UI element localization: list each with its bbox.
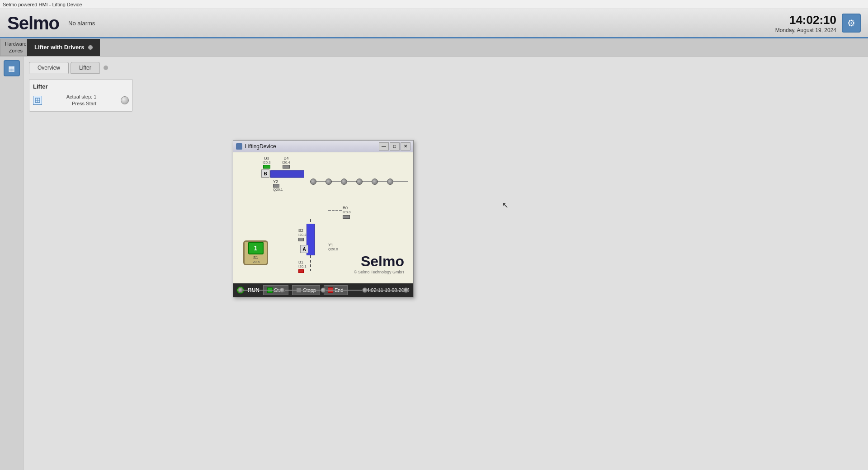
b3-label: B3 bbox=[263, 156, 271, 160]
y2-sensor-indicator bbox=[273, 184, 279, 188]
b0-addr: I20.0 bbox=[343, 210, 351, 214]
b0-sensor-indicator bbox=[343, 215, 350, 219]
popup-titlebar: LiftingDevice — □ ✕ bbox=[233, 141, 413, 152]
y2-label: Y2 bbox=[273, 179, 283, 184]
popup-body: B3 I20.3 B4 I20.4 B bbox=[233, 152, 413, 283]
b4-label: B4 bbox=[282, 156, 290, 160]
s1-addr: I20.5 bbox=[252, 260, 260, 264]
sub-tabs: Overview Lifter bbox=[29, 62, 863, 74]
tab-lifter[interactable]: Lifter bbox=[71, 62, 100, 74]
mid-conveyor-area bbox=[238, 219, 409, 227]
mid-belt-1 bbox=[243, 290, 279, 291]
b0-area: B0 I20.0 bbox=[343, 206, 351, 219]
lifter-with-drivers-tab[interactable]: Lifter with Drivers bbox=[27, 39, 100, 56]
lifter-small-icon bbox=[35, 98, 40, 103]
tab-overview-label: Overview bbox=[38, 65, 60, 71]
b4-sensor-indicator bbox=[283, 165, 290, 169]
tab-lifter-label: Lifter bbox=[79, 65, 91, 71]
clock-area: 14:02:10 Monday, August 19, 2024 bbox=[775, 13, 836, 33]
mid-roller-1 bbox=[238, 287, 243, 293]
roller-5 bbox=[372, 179, 378, 185]
roller-1 bbox=[310, 179, 316, 185]
lifter-tab-label: Lifter with Drivers bbox=[34, 44, 85, 51]
sidebar-grid-icon: ▦ bbox=[8, 64, 15, 73]
b-label-box: B bbox=[261, 169, 269, 178]
lifter-step-label: Actual step: 1 bbox=[66, 94, 97, 100]
b3-area: B3 I20.3 bbox=[263, 156, 271, 169]
s1-inner: 1 bbox=[248, 242, 264, 254]
selmo-logo: Selmo bbox=[7, 13, 59, 33]
header-left: Selmo No alarms bbox=[7, 13, 95, 33]
popup-close-button[interactable]: ✕ bbox=[401, 142, 410, 150]
content-area: ▦ Overview Lifter Lifter bbox=[0, 56, 868, 470]
b2-label: B2 bbox=[298, 228, 307, 233]
mid-roller-4 bbox=[362, 287, 368, 293]
popup-title-label: LiftingDevice bbox=[245, 143, 276, 150]
s1-button[interactable]: 1 S1 I20.5 bbox=[243, 240, 268, 265]
y2-area: Y2 Q20.1 bbox=[273, 179, 283, 192]
left-sidebar: ▦ bbox=[0, 56, 24, 470]
b2-addr: I20.2 bbox=[298, 233, 307, 237]
popup-minimize-button[interactable]: — bbox=[379, 142, 389, 150]
mid-belt-4 bbox=[368, 290, 404, 291]
b3-addr: I20.3 bbox=[263, 160, 271, 164]
q20-1-label: Q20.1 bbox=[273, 188, 283, 192]
b2-sensor-indicator bbox=[298, 238, 304, 241]
header-right: 14:02:10 Monday, August 19, 2024 ⚙ bbox=[775, 13, 861, 33]
b1-sensor-indicator bbox=[298, 269, 304, 273]
b2-area: B2 I20.2 bbox=[298, 228, 307, 241]
popup-title: LiftingDevice bbox=[236, 143, 276, 150]
roller-2 bbox=[326, 179, 332, 185]
lifter-panel-title: Lifter bbox=[33, 83, 129, 90]
mid-roller-2 bbox=[279, 287, 285, 293]
a-label-box: A bbox=[300, 245, 308, 253]
hardware-zones-button[interactable]: Hardware Zones bbox=[0, 39, 27, 56]
no-alarms-label: No alarms bbox=[68, 20, 95, 27]
clock-date: Monday, August 19, 2024 bbox=[775, 27, 836, 33]
roller-4 bbox=[356, 179, 363, 185]
lifter-press-start: Press Start bbox=[66, 100, 97, 107]
b0-label: B0 bbox=[343, 206, 351, 210]
popup-window: LiftingDevice — □ ✕ B3 I20.3 B4 I20.4 bbox=[233, 140, 414, 297]
mid-roller-5 bbox=[403, 287, 409, 293]
sidebar-icon-button[interactable]: ▦ bbox=[4, 60, 20, 76]
b1-addr: I20.1 bbox=[298, 264, 307, 268]
hardware-zones-label: Hardware Zones bbox=[5, 41, 27, 54]
mid-conveyor-row bbox=[238, 286, 409, 294]
lifter-panel: Lifter Actual step: 1 Press Start bbox=[29, 79, 133, 112]
b4-area: B4 I20.4 bbox=[282, 156, 290, 169]
popup-controls: — □ ✕ bbox=[379, 142, 410, 150]
q20-0-label: Q20.0 bbox=[328, 247, 338, 251]
title-bar: Selmo powered HMI - Lifting Device bbox=[0, 0, 868, 9]
nav-bar: Hardware Zones Lifter with Drivers bbox=[0, 38, 868, 56]
blue-conveyor-bar bbox=[270, 170, 304, 178]
lifter-tab-dot bbox=[104, 66, 108, 70]
s1-label: S1 bbox=[253, 255, 258, 260]
main-content: Overview Lifter Lifter Actual step: 1 bbox=[24, 56, 868, 470]
mid-belt-2 bbox=[285, 290, 321, 291]
lifter-status-text: Actual step: 1 Press Start bbox=[66, 94, 97, 108]
b1-area: B1 I20.1 bbox=[298, 260, 307, 273]
y1-label: Y1 bbox=[328, 243, 338, 247]
mid-belt-3 bbox=[326, 290, 362, 291]
dashed-connector bbox=[328, 210, 342, 211]
selmo-popup-logo: Selmo bbox=[361, 253, 404, 270]
settings-icon: ⚙ bbox=[847, 18, 855, 28]
lifter-status-dot bbox=[121, 96, 129, 104]
b4-addr: I20.4 bbox=[282, 160, 290, 164]
lifter-icon-box bbox=[33, 96, 42, 105]
mid-roller-3 bbox=[321, 287, 326, 293]
y1-area: Y1 Q20.0 bbox=[328, 243, 338, 251]
top-conveyor-rollers bbox=[310, 177, 408, 186]
roller-3 bbox=[341, 179, 347, 185]
lifter-panel-body: Actual step: 1 Press Start bbox=[33, 94, 129, 108]
header: Selmo No alarms 14:02:10 Monday, August … bbox=[0, 9, 868, 38]
tab-status-dot bbox=[88, 45, 93, 50]
settings-button[interactable]: ⚙ bbox=[842, 14, 861, 33]
popup-restore-button[interactable]: □ bbox=[390, 142, 400, 150]
b3-sensor-indicator bbox=[263, 165, 270, 169]
title-bar-text: Selmo powered HMI - Lifting Device bbox=[3, 2, 82, 7]
tab-overview[interactable]: Overview bbox=[29, 62, 69, 74]
popup-title-icon bbox=[236, 143, 242, 150]
selmo-copyright: © Selmo Technology GmbH bbox=[354, 270, 404, 274]
